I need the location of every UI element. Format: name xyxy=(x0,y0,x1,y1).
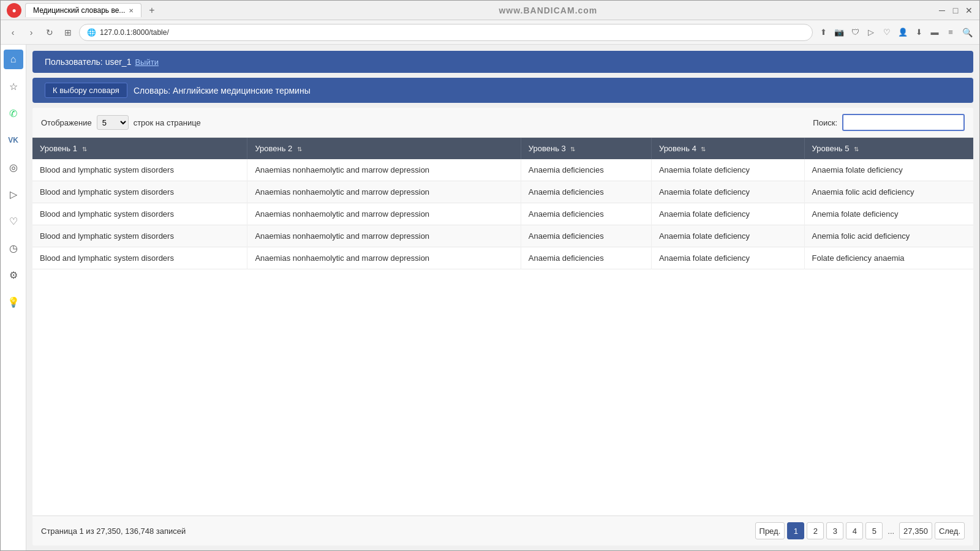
col-level4[interactable]: Уровень 4 ⇅ xyxy=(651,138,804,159)
bandicam-watermark: www.BANDICAM.com xyxy=(499,6,597,15)
browser-tab[interactable]: Медицинский словарь ве... ✕ xyxy=(25,3,141,17)
cell-level4: Anaemia folate deficiency xyxy=(651,181,804,203)
search-bar-icon[interactable]: 🔍 xyxy=(960,25,974,40)
cell-level3: Anaemia deficiencies xyxy=(521,159,651,181)
sidebar-icon-target[interactable]: ◎ xyxy=(4,157,23,177)
menu-icon[interactable]: ≡ xyxy=(944,26,957,39)
tab-close-button[interactable]: ✕ xyxy=(129,7,134,14)
table-header: Уровень 1 ⇅ Уровень 2 ⇅ Уровень 3 ⇅ Уров… xyxy=(32,138,973,159)
sidebar-icon-settings[interactable]: ⚙ xyxy=(4,265,23,285)
cell-level3: Anaemia deficiencies xyxy=(521,225,651,247)
cell-level5: Anaemia folic acid deficiency xyxy=(804,181,973,203)
title-bar-left: ● Медицинский словарь ве... ✕ + xyxy=(7,3,159,18)
table-body: Blood and lymphatic system disordersAnae… xyxy=(32,159,973,269)
refresh-button[interactable]: ↻ xyxy=(42,25,57,40)
user-bar: Пользователь: user_1 Выйти xyxy=(32,51,973,73)
next-page-button[interactable]: След. xyxy=(935,522,965,539)
cell-level1: Blood and lymphatic system disorders xyxy=(32,203,247,225)
page-button-5[interactable]: 5 xyxy=(865,522,883,539)
cell-level2: Anaemias nonhaemolytic and marrow depres… xyxy=(247,225,521,247)
table-container: Отображение 5 10 25 50 100 строк на стра… xyxy=(32,108,973,545)
sidebar-icon-clock[interactable]: ◷ xyxy=(4,238,23,258)
cell-level5: Anemia folic acid deficiency xyxy=(804,225,973,247)
globe-icon: 🌐 xyxy=(87,28,96,37)
person-icon[interactable]: 👤 xyxy=(896,26,910,39)
controls-row: Отображение 5 10 25 50 100 строк на стра… xyxy=(32,108,973,138)
col-level2[interactable]: Уровень 2 ⇅ xyxy=(247,138,521,159)
minimize-button[interactable]: ─ xyxy=(938,6,946,15)
cell-level5: Folate deficiency anaemia xyxy=(804,247,973,269)
sidebar-icon-whatsapp[interactable]: ✆ xyxy=(4,103,23,123)
back-to-dict-button[interactable]: К выбору словаря xyxy=(45,83,127,98)
cell-level1: Blood and lymphatic system disorders xyxy=(32,225,247,247)
page-button-4[interactable]: 4 xyxy=(846,522,863,539)
dict-name-label: Словарь: Английские медицинские термины xyxy=(134,86,311,96)
controls-left: Отображение 5 10 25 50 100 строк на стра… xyxy=(41,115,201,130)
download-icon[interactable]: ⬇ xyxy=(912,26,925,39)
table-row: Blood and lymphatic system disordersAnae… xyxy=(32,247,973,269)
sidebar-icon-bulb[interactable]: 💡 xyxy=(4,292,23,312)
forward-nav-button[interactable]: › xyxy=(24,25,39,40)
address-bar: ‹ › ↻ ⊞ 🌐 127.0.0.1:8000/table/ ⬆ 📷 🛡 ▷ … xyxy=(1,20,979,45)
url-bar[interactable]: 🌐 127.0.0.1:8000/table/ xyxy=(79,24,813,41)
table-row: Blood and lymphatic system disordersAnae… xyxy=(32,225,973,247)
page-button-1[interactable]: 1 xyxy=(787,522,804,539)
page-controls: Пред. 1 2 3 4 5 ... 27,350 След. xyxy=(755,522,965,539)
back-nav-button[interactable]: ‹ xyxy=(6,25,20,40)
search-input[interactable] xyxy=(842,114,965,131)
prev-page-button[interactable]: Пред. xyxy=(755,522,785,539)
sidebar-icon-vk[interactable]: VK xyxy=(4,130,23,150)
rows-label: строк на странице xyxy=(134,118,201,127)
camera-icon[interactable]: 📷 xyxy=(832,26,846,39)
sidebar: ⌂ ☆ ✆ VK ◎ ▷ ♡ ◷ ⚙ 💡 xyxy=(1,45,26,550)
title-bar: ● Медицинский словарь ве... ✕ + www.BAND… xyxy=(1,1,979,20)
new-tab-button[interactable]: + xyxy=(145,5,158,16)
display-label: Отображение xyxy=(41,118,92,127)
maximize-button[interactable]: □ xyxy=(951,6,960,15)
col-level3[interactable]: Уровень 3 ⇅ xyxy=(521,138,651,159)
pagination-row: Страница 1 из 27,350, 136,748 записей Пр… xyxy=(32,515,973,545)
heart-nav-icon[interactable]: ♡ xyxy=(880,26,894,39)
tab-title: Медицинский словарь ве... xyxy=(33,6,125,15)
close-button[interactable]: ✕ xyxy=(965,6,973,15)
sidebar-icon-home[interactable]: ⌂ xyxy=(4,50,23,69)
sidebar-icon-heart[interactable]: ♡ xyxy=(4,211,23,231)
exit-link[interactable]: Выйти xyxy=(135,58,159,67)
battery-icon[interactable]: ▬ xyxy=(928,26,941,39)
user-label: Пользователь: user_1 xyxy=(45,57,131,67)
dict-bar: К выбору словаря Словарь: Английские мед… xyxy=(32,78,973,103)
url-text: 127.0.0.1:8000/table/ xyxy=(100,28,169,37)
col-level5[interactable]: Уровень 5 ⇅ xyxy=(804,138,973,159)
cell-level2: Anaemias nonhaemolytic and marrow depres… xyxy=(247,203,521,225)
per-page-select[interactable]: 5 10 25 50 100 xyxy=(97,115,129,130)
address-bar-icons: ⬆ 📷 🛡 ▷ ♡ 👤 ⬇ ▬ ≡ 🔍 xyxy=(816,25,974,40)
apps-button[interactable]: ⊞ xyxy=(61,25,75,40)
cell-level4: Anaemia folate deficiency xyxy=(651,247,804,269)
table-scroll-area: Уровень 1 ⇅ Уровень 2 ⇅ Уровень 3 ⇅ Уров… xyxy=(32,138,973,515)
cell-level2: Anaemias nonhaemolytic and marrow depres… xyxy=(247,247,521,269)
play-nav-icon[interactable]: ▷ xyxy=(864,26,878,39)
main-area: ⌂ ☆ ✆ VK ◎ ▷ ♡ ◷ ⚙ 💡 Пользователь: user_… xyxy=(1,45,979,550)
cell-level1: Blood and lymphatic system disorders xyxy=(32,247,247,269)
cell-level3: Anaemia deficiencies xyxy=(521,203,651,225)
page-button-3[interactable]: 3 xyxy=(826,522,843,539)
cell-level4: Anaemia folate deficiency xyxy=(651,159,804,181)
page-info: Страница 1 из 27,350, 136,748 записей xyxy=(41,527,186,536)
cell-level3: Anaemia deficiencies xyxy=(521,247,651,269)
sidebar-icon-play[interactable]: ▷ xyxy=(4,184,23,204)
bookmark-icon[interactable]: ⬆ xyxy=(816,26,830,39)
table-row: Blood and lymphatic system disordersAnae… xyxy=(32,203,973,225)
window-controls: ─ □ ✕ xyxy=(938,6,973,15)
sidebar-icon-star[interactable]: ☆ xyxy=(4,77,23,96)
shield-icon[interactable]: 🛡 xyxy=(848,26,862,39)
page-ellipsis: ... xyxy=(885,527,897,536)
search-label: Поиск: xyxy=(813,118,837,127)
cell-level1: Blood and lymphatic system disorders xyxy=(32,159,247,181)
cell-level3: Anaemia deficiencies xyxy=(521,181,651,203)
cell-level2: Anaemias nonhaemolytic and marrow depres… xyxy=(247,181,521,203)
col-level1[interactable]: Уровень 1 ⇅ xyxy=(32,138,247,159)
table-row: Blood and lymphatic system disordersAnae… xyxy=(32,181,973,203)
page-button-2[interactable]: 2 xyxy=(807,522,824,539)
page-button-last[interactable]: 27,350 xyxy=(899,522,932,539)
controls-right: Поиск: xyxy=(813,114,965,131)
